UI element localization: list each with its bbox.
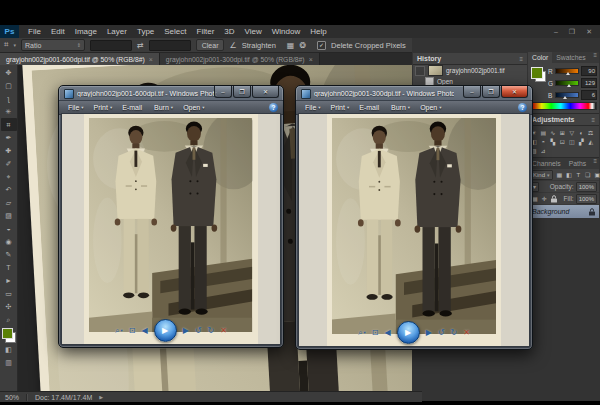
minimize-button[interactable]: – (463, 86, 481, 98)
adjustment-preset-icon[interactable]: ⚖ (586, 128, 596, 137)
zoom-level-field[interactable]: 50% (5, 394, 19, 401)
viewer-menu-item[interactable]: Burn ▾ (386, 104, 415, 111)
fill-field[interactable]: 100% (576, 194, 597, 204)
adjustment-preset-icon[interactable]: ▤ (539, 128, 549, 137)
viewer-menu-item[interactable]: Print ▾ (89, 104, 118, 111)
crop-height-input[interactable] (149, 40, 191, 51)
tool-spot-healing[interactable]: ✚ (1, 144, 17, 157)
crop-width-input[interactable] (90, 40, 132, 51)
layer-filter-icon[interactable]: ▣ (593, 170, 600, 179)
panel-menu-icon[interactable]: ≡ (591, 117, 595, 123)
layer-filter-kind-select[interactable]: Kind ▾ (530, 170, 553, 180)
close-button[interactable]: ✕ (252, 86, 279, 98)
previous-button[interactable]: ◀ (142, 326, 148, 335)
layer-filter-icon[interactable]: ◧ (564, 170, 574, 179)
status-menu-arrow-icon[interactable]: ▶ (99, 394, 103, 400)
adjustment-preset-icon[interactable]: ◭ (586, 137, 596, 146)
app-window-control-button[interactable]: ✕ (586, 28, 592, 36)
tab-paths[interactable]: Paths (565, 158, 590, 169)
viewer-menu-item[interactable]: File ▾ (63, 104, 89, 111)
tool-eraser[interactable]: ▱ (1, 196, 17, 209)
adjustment-preset-icon[interactable]: ◫ (567, 137, 577, 146)
slideshow-button[interactable]: ▶ (397, 321, 420, 344)
opacity-field[interactable]: 100% (576, 182, 597, 192)
adjustment-preset-icon[interactable]: ∿ (548, 128, 558, 137)
close-button[interactable]: ✕ (501, 86, 528, 98)
menu-item[interactable]: File (23, 27, 46, 36)
tab-channels[interactable]: Channels (528, 158, 565, 169)
history-snapshot-row[interactable]: grayjohn002jp001.tif (413, 65, 527, 76)
layer-row-background[interactable]: Background (528, 205, 599, 218)
menu-item[interactable]: Layer (102, 27, 132, 36)
close-tab-icon[interactable]: × (309, 56, 313, 63)
color-spectrum-ramp[interactable] (531, 102, 597, 110)
minimize-button[interactable]: – (214, 86, 232, 98)
tab-swatches[interactable]: Swatches (552, 52, 589, 63)
tool-shape[interactable]: ▭ (1, 287, 17, 300)
actual-size-button[interactable]: ⊡ (129, 326, 136, 335)
viewer-menu-item[interactable]: Open ▾ (415, 104, 446, 111)
document-tab[interactable]: grayjohn002jp001-600dpi.tif @ 50% (RGB/8… (0, 53, 160, 65)
maximize-button[interactable]: ❐ (233, 86, 251, 98)
channel-slider[interactable] (555, 92, 579, 98)
tool-brush[interactable]: ✐ (1, 157, 17, 170)
delete-button[interactable]: ✕ (220, 326, 227, 335)
lock-option-icon[interactable]: ✛ (540, 194, 550, 203)
menu-item[interactable]: Type (132, 27, 159, 36)
photo-viewer-window-2[interactable]: grayjohn002jp001-300dpi.tif - Windows Ph… (295, 85, 533, 350)
tool-clone-stamp[interactable]: ⌖ (1, 170, 17, 183)
menu-item[interactable]: Edit (46, 27, 70, 36)
menu-item[interactable]: Help (305, 27, 331, 36)
toolbar-mode-icon[interactable]: ◧ (1, 343, 17, 356)
panel-menu-icon[interactable]: ≡ (593, 52, 599, 63)
panel-menu-icon[interactable]: ≡ (593, 158, 599, 169)
layer-filter-icon[interactable]: ❏ (583, 170, 593, 179)
adjustment-preset-icon[interactable]: ◓ (539, 137, 549, 146)
rotate-ccw-button[interactable]: ↺ (195, 326, 202, 335)
adjustment-preset-icon[interactable]: ▽ (567, 128, 577, 137)
viewer-menu-item[interactable]: Print ▾ (326, 104, 355, 111)
toolbar-mode-icon[interactable]: ▥ (1, 356, 17, 369)
tool-dodge[interactable]: ◉ (1, 235, 17, 248)
tool-hand[interactable]: ✣ (1, 300, 17, 313)
maximize-button[interactable]: ❐ (482, 86, 500, 98)
help-icon[interactable]: ? (518, 103, 527, 112)
help-icon[interactable]: ? (269, 103, 278, 112)
zoom-button[interactable]: ⌕▾ (115, 326, 123, 336)
layer-filter-icon[interactable]: ▦ (555, 170, 565, 179)
tool-gradient[interactable]: ▨ (1, 209, 17, 222)
crop-settings-gear-icon[interactable]: ❂ (299, 41, 306, 50)
viewer2-title-bar[interactable]: grayjohn002jp001-300dpi.tif - Windows Ph… (296, 86, 532, 100)
history-brush-source-checkbox[interactable] (415, 66, 425, 76)
viewer-menu-item[interactable]: E-mail (117, 104, 149, 111)
menu-item[interactable]: View (240, 27, 267, 36)
viewer-menu-item[interactable]: Open ▾ (178, 104, 209, 111)
slider-thumb-icon[interactable] (567, 84, 571, 87)
adjustment-preset-icon[interactable]: ⊡ (558, 137, 568, 146)
menu-item[interactable]: Window (267, 27, 305, 36)
adjustment-preset-icon[interactable]: ▚ (548, 137, 558, 146)
rotate-ccw-button[interactable]: ↺ (438, 328, 445, 337)
tool-blur[interactable]: ◒ (1, 222, 17, 235)
foreground-color-swatch[interactable] (531, 67, 543, 79)
menu-item[interactable]: Image (70, 27, 102, 36)
slider-thumb-icon[interactable] (563, 96, 567, 99)
app-window-control-button[interactable]: – (554, 28, 558, 36)
document-tab[interactable]: grayjohn002jp001-300dpi.tif @ 50% (RGB/8… (160, 53, 320, 65)
tool-preset-caret-icon[interactable]: ▾ (14, 42, 17, 48)
next-button[interactable]: ▶ (426, 328, 432, 337)
delete-cropped-pixels-checkbox[interactable]: ✓ (317, 41, 326, 50)
rotate-cw-button[interactable]: ↻ (451, 328, 458, 337)
actual-size-button[interactable]: ⊡ (372, 328, 379, 337)
tool-type[interactable]: T (1, 261, 17, 274)
channel-slider[interactable] (555, 80, 579, 86)
app-window-control-button[interactable]: ❐ (569, 28, 575, 36)
menu-item[interactable]: Filter (192, 27, 220, 36)
tool-crop[interactable]: ⌗ (1, 118, 17, 131)
slider-thumb-icon[interactable] (566, 72, 570, 75)
foreground-color-swatch[interactable] (2, 328, 13, 339)
layer-filter-icon[interactable]: T (574, 170, 584, 179)
slideshow-button[interactable]: ▶ (154, 319, 177, 342)
tool-lasso[interactable]: ʅ (1, 92, 17, 105)
tool-history-brush[interactable]: ↶ (1, 183, 17, 196)
